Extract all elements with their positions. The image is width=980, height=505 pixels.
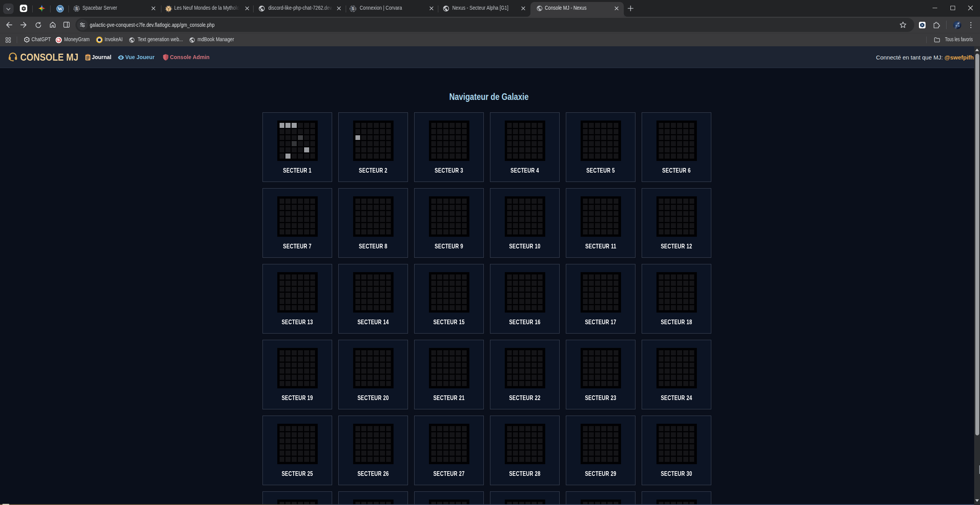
svg-text:W: W <box>58 6 63 11</box>
svg-text:S: S <box>75 6 78 10</box>
svg-text:S: S <box>352 6 354 11</box>
